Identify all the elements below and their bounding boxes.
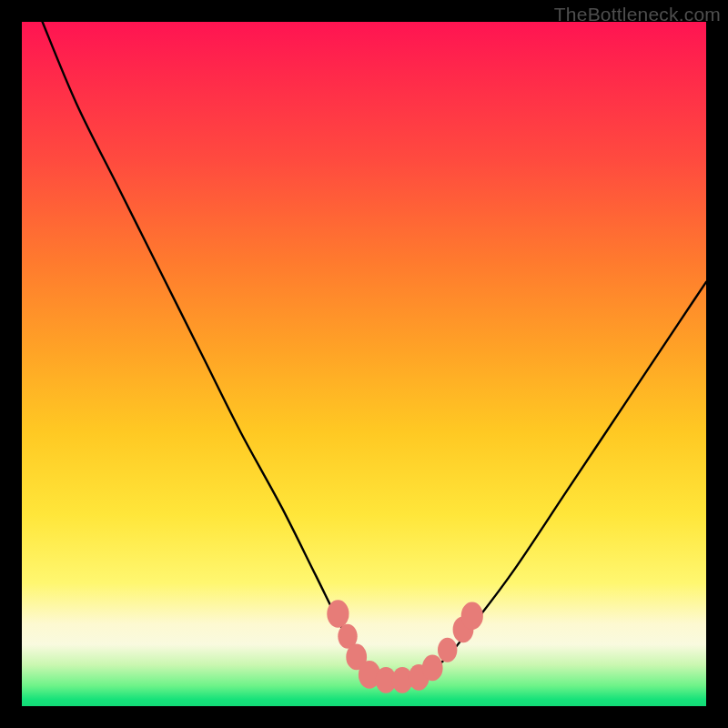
bottleneck-curve-svg [22, 22, 706, 706]
curve-markers [327, 600, 483, 693]
bottleneck-curve [43, 22, 706, 680]
curve-marker [327, 600, 349, 628]
watermark-text: TheBottleneck.com [554, 4, 721, 25]
chart-frame: TheBottleneck.com [0, 0, 728, 728]
curve-marker [438, 638, 457, 662]
curve-marker [461, 602, 483, 630]
plot-area [22, 22, 706, 706]
curve-marker [422, 655, 443, 682]
